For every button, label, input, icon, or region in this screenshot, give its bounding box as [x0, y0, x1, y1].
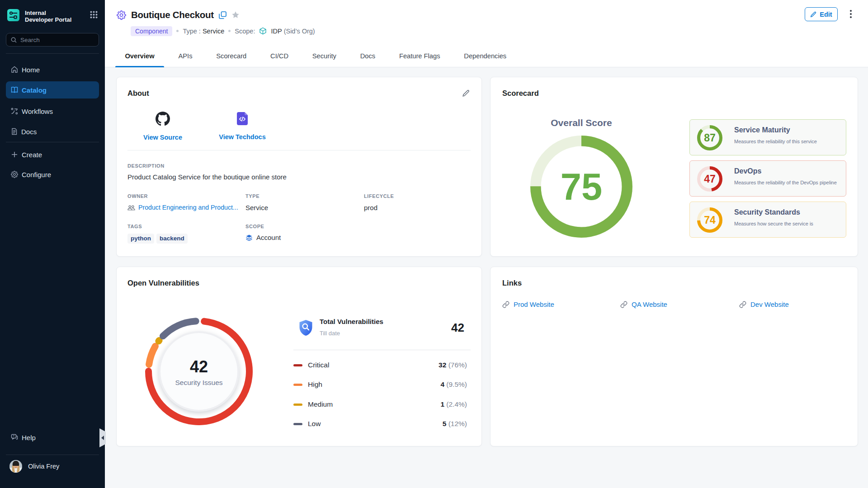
svg-text:75: 75 — [561, 166, 602, 208]
svg-text:?: ? — [13, 435, 15, 437]
